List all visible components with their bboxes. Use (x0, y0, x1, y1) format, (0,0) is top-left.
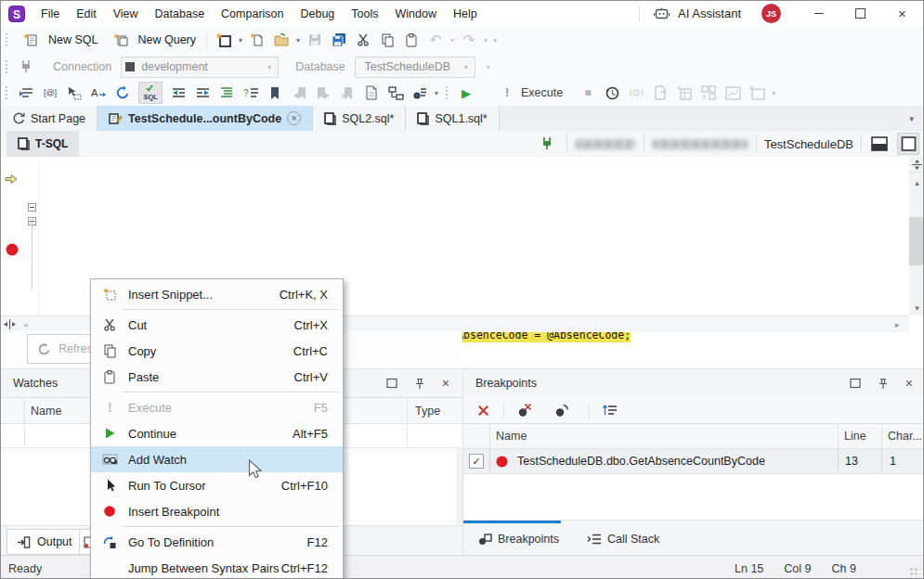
toolbar-grip[interactable] (5, 85, 8, 100)
close-panel-icon[interactable]: × (905, 376, 913, 391)
resize-grip[interactable] (909, 567, 920, 578)
maximize-button[interactable] (839, 1, 881, 26)
breakpoint-checkbox[interactable]: ✓ (469, 454, 484, 469)
breakpoints-col-line[interactable]: Line (844, 430, 866, 443)
watches-col-type[interactable]: Type (415, 405, 440, 418)
menu-item-go-to-definition[interactable]: Go To DefinitionF12 (91, 529, 343, 555)
scroll-up-arrow[interactable]: ▴ (909, 173, 924, 187)
code-completion-icon[interactable] (18, 84, 34, 101)
refresh-code-icon[interactable] (114, 84, 131, 101)
debug-start-icon[interactable]: ▶ (458, 84, 475, 101)
menu-comparison[interactable]: Comparison (213, 4, 292, 24)
new-document-caret[interactable]: ▾ (239, 36, 242, 45)
close-button[interactable]: × (881, 1, 923, 26)
menu-view[interactable]: View (105, 4, 147, 24)
toolbar-grip[interactable] (5, 59, 8, 74)
menu-window[interactable]: Window (387, 4, 445, 24)
new-sql-button[interactable]: New SQL (14, 29, 104, 51)
decrease-indent-icon[interactable] (170, 84, 187, 101)
editor-vscrollbar[interactable]: ▴ ▾ (909, 157, 924, 315)
history-icon[interactable] (604, 84, 620, 101)
sql-syntax-check-icon[interactable]: SQL (138, 82, 163, 104)
float-window-icon[interactable] (386, 378, 397, 389)
breakpoints-title-bar[interactable]: Breakpoints × (463, 368, 924, 397)
scroll-left-arrow[interactable]: ◂ (23, 320, 28, 329)
menu-debug[interactable]: Debug (292, 4, 343, 24)
breakpoints-grid-header[interactable]: Name Line Char... (463, 423, 924, 449)
menu-item-insert-breakpoint[interactable]: Insert Breakpoint (91, 498, 343, 524)
query-options-caret[interactable]: ▾ (435, 89, 438, 97)
toolbar-grip[interactable] (445, 85, 449, 100)
document-tab-4[interactable]: SQL1.sql* (406, 106, 499, 131)
tab-tsql[interactable]: T-SQL (7, 131, 79, 157)
close-tab-icon[interactable]: × (287, 111, 301, 125)
split-view-icon[interactable] (869, 134, 890, 154)
breakpoint-dot-icon[interactable] (6, 243, 19, 256)
document-tab-2[interactable]: TestSchedule...ountByCode× (98, 106, 313, 131)
new-document-icon[interactable] (215, 32, 232, 48)
splitter-handle[interactable] (4, 319, 16, 329)
document-tab-3[interactable]: SQL2.sql* (313, 106, 406, 131)
single-view-icon[interactable] (897, 133, 919, 155)
document-tab-1[interactable]: Start Page (1, 106, 98, 131)
watches-col-name[interactable]: Name (31, 405, 61, 418)
toolbar-grip[interactable] (5, 32, 8, 47)
query-options-icon[interactable] (411, 84, 428, 101)
menu-item-cut[interactable]: CutCtrl+X (91, 312, 343, 338)
scroll-thumb[interactable] (909, 217, 924, 265)
menu-item-add-watch[interactable]: Add Watch (91, 446, 343, 472)
tab-call-stack[interactable]: Call Stack (583, 525, 663, 553)
cut-icon[interactable] (355, 32, 371, 48)
new-query-button[interactable]: New Query (104, 29, 202, 51)
minimize-button[interactable] (798, 1, 839, 26)
email-template-icon[interactable]: [@] (42, 84, 59, 101)
fold-toggle-while[interactable] (28, 203, 36, 212)
float-window-icon[interactable] (850, 378, 861, 389)
new-file-icon[interactable] (249, 32, 266, 48)
tab-breakpoints[interactable]: Breakpoints (475, 525, 563, 553)
menu-database[interactable]: Database (147, 4, 214, 24)
rename-object-icon[interactable] (66, 84, 83, 101)
toolbar3-overflow-caret[interactable]: ▾ (772, 89, 775, 97)
change-case-icon[interactable]: A (90, 84, 107, 101)
breakpoints-col-name[interactable]: Name (496, 430, 527, 443)
increase-indent-icon[interactable] (194, 84, 211, 101)
database-select[interactable]: TestScheduleDB ▾ (355, 57, 475, 78)
menu-item-copy[interactable]: CopyCtrl+C (91, 338, 343, 364)
breakpoints-col-char[interactable]: Char... (888, 430, 922, 443)
menu-file[interactable]: File (33, 4, 68, 24)
paste-icon[interactable] (403, 32, 420, 48)
query-plan-icon[interactable] (387, 84, 404, 101)
save-all-icon[interactable] (331, 32, 347, 48)
menu-help[interactable]: Help (445, 4, 486, 24)
splitter-handle[interactable] (909, 157, 924, 173)
delete-all-breakpoints-icon[interactable] (516, 402, 533, 418)
menu-tools[interactable]: Tools (343, 4, 386, 24)
connection-overflow-caret[interactable]: ▾ (487, 63, 490, 71)
columns-icon[interactable] (602, 402, 618, 418)
open-file-caret[interactable]: ▾ (296, 36, 300, 45)
comment-lines-icon[interactable]: ? (242, 84, 259, 101)
menu-item-continue[interactable]: ContinueAlt+F5 (91, 420, 343, 446)
ai-assistant-button[interactable]: AI Assistant (678, 6, 741, 20)
bookmark-icon[interactable] (267, 84, 283, 101)
delete-breakpoint-icon[interactable] (475, 402, 491, 418)
disable-all-breakpoints-icon[interactable] (553, 402, 570, 418)
scroll-right-arrow[interactable]: ▸ (895, 320, 900, 329)
menu-item-insert-snippet[interactable]: Insert Snippet...Ctrl+K, X (91, 281, 343, 307)
breakpoint-row[interactable]: ✓TestScheduleDB.dbo.GetAbsenceCountByCod… (463, 449, 924, 474)
format-document-icon[interactable] (218, 84, 235, 101)
pin-icon[interactable] (414, 378, 425, 390)
menu-item-run-to-cursor[interactable]: Run To CursorCtrl+F10 (91, 472, 343, 498)
tab-output[interactable]: Output (7, 529, 83, 555)
menu-item-jump-between-syntax-pairs[interactable]: Jump Between Syntax PairsCtrl+F12 (91, 555, 343, 579)
execute-button[interactable]: Execute (521, 86, 563, 99)
menu-edit[interactable]: Edit (68, 4, 105, 24)
connection-select[interactable]: development ▾ (121, 57, 279, 78)
scroll-down-arrow[interactable]: ▾ (909, 303, 924, 313)
close-panel-icon[interactable]: × (442, 376, 449, 391)
menu-item-paste[interactable]: PasteCtrl+V (91, 364, 343, 390)
open-file-icon[interactable] (273, 32, 290, 48)
toolbar1-overflow-caret[interactable]: ▾ (493, 36, 497, 45)
user-profile-badge[interactable]: JS (761, 4, 781, 23)
